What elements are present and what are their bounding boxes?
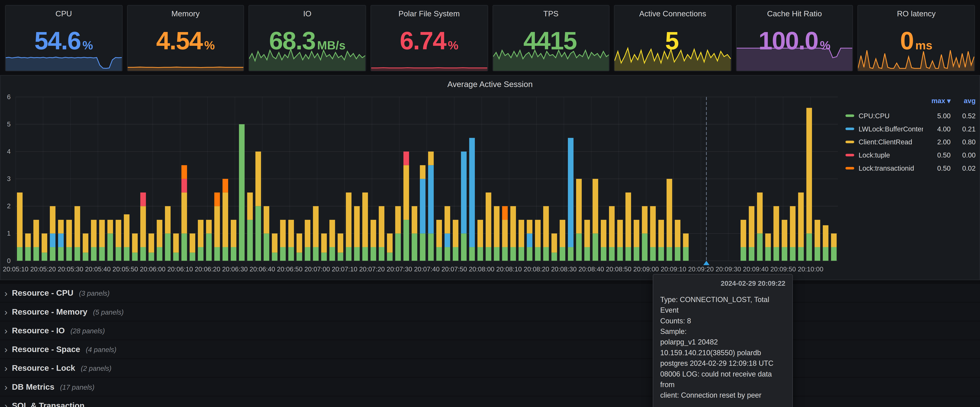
chevron-right-icon: › [5, 382, 8, 391]
stat-panel-title[interactable]: IO [249, 6, 366, 18]
row-title: Resource - Space [12, 344, 80, 354]
row-title: Resource - Lock [12, 363, 75, 373]
chevron-right-icon: › [5, 288, 8, 298]
legend-item[interactable]: Lock:tuple0.500.00 [845, 148, 975, 161]
svg-text:20:08:50: 20:08:50 [606, 265, 632, 273]
svg-text:20:09:10: 20:09:10 [661, 265, 686, 273]
dashboard-row-resource-lock[interactable]: ›Resource - Lock(2 panels) [0, 359, 980, 377]
row-panel-count: (2 panels) [81, 364, 111, 372]
stat-panel-value: 5 [614, 27, 731, 55]
legend-series-avg: 0.02 [950, 164, 975, 172]
svg-text:20:06:00: 20:06:00 [140, 265, 165, 273]
svg-text:20:05:30: 20:05:30 [57, 265, 83, 273]
legend-sort-max[interactable]: max ▾ [918, 97, 950, 105]
svg-text:0: 0 [7, 257, 11, 264]
stat-panel-cache-hit-ratio: Cache Hit Ratio100.0% [736, 5, 853, 71]
svg-text:20:10:00: 20:10:00 [798, 265, 823, 273]
dashboard-row-db-metrics[interactable]: ›DB Metrics(17 panels) [0, 378, 980, 396]
legend-item[interactable]: CPU:CPU5.000.52 [845, 109, 975, 122]
svg-text:20:05:10: 20:05:10 [3, 265, 28, 273]
stat-panel-unit: ms [915, 39, 932, 52]
legend-series-max: 0.50 [923, 151, 950, 158]
row-title: DB Metrics [12, 382, 54, 391]
legend-series-color-icon [845, 154, 854, 156]
svg-text:20:07:10: 20:07:10 [332, 265, 357, 273]
stat-panel-title[interactable]: Cache Hit Ratio [737, 6, 853, 18]
row-panel-count: (5 panels) [93, 308, 124, 315]
chevron-right-icon: › [5, 344, 8, 354]
tooltip-line: Counts: 8 [660, 316, 785, 326]
legend-series-label[interactable]: CPU:CPU [859, 112, 923, 119]
legend-item[interactable]: Lock:transactionid0.500.02 [845, 161, 975, 174]
svg-text:20:07:20: 20:07:20 [359, 265, 385, 273]
legend-series-label[interactable]: Client:ClientRead [859, 138, 923, 145]
svg-text:2: 2 [7, 202, 11, 210]
legend-series-label[interactable]: Lock:transactionid [859, 164, 923, 172]
svg-text:20:07:50: 20:07:50 [441, 265, 467, 273]
svg-text:20:06:40: 20:06:40 [250, 265, 275, 273]
tooltip-line: Sample: [660, 326, 785, 337]
svg-text:20:05:50: 20:05:50 [113, 265, 138, 273]
stat-panel-title[interactable]: Memory [127, 6, 243, 18]
tooltip-body: Type: CONNECTION_LOST, Total EventCounts… [660, 295, 785, 401]
row-title: SQL & Transaction [12, 401, 85, 407]
svg-text:20:06:50: 20:06:50 [277, 265, 302, 273]
stat-panel-title[interactable]: Polar File System [371, 6, 487, 18]
svg-text:20:08:30: 20:08:30 [551, 265, 576, 273]
average-active-session-panel: Average Active Session 012345620:05:1020… [0, 75, 980, 280]
svg-text:20:08:40: 20:08:40 [579, 265, 604, 273]
stat-panel-value: 100.0% [737, 27, 853, 55]
legend-item[interactable]: Client:ClientRead2.000.80 [845, 135, 975, 148]
legend-sort-avg[interactable]: avg [950, 97, 975, 105]
aas-legend: max ▾ avg CPU:CPU5.000.52LWLock:BufferCo… [845, 97, 975, 174]
stat-panel-title[interactable]: TPS [493, 6, 609, 18]
stat-panel-title[interactable]: Active Connections [614, 6, 731, 18]
svg-text:20:06:10: 20:06:10 [167, 265, 193, 273]
stat-panel-active-connections: Active Connections5 [614, 5, 731, 71]
stat-panel-value: 0ms [858, 27, 974, 55]
legend-series-max: 0.50 [923, 164, 950, 172]
legend-series-label[interactable]: LWLock:BufferContent [859, 125, 923, 132]
stat-panels-row: CPU54.6%Memory4.54%IO68.3MB/sPolar File … [0, 0, 980, 71]
dashboard-row-sql-transaction[interactable]: ›SQL & Transaction [0, 396, 980, 407]
stat-panel-polar-file-system: Polar File System6.74% [371, 5, 488, 71]
legend-series-avg: 0.00 [950, 151, 975, 158]
svg-text:4: 4 [7, 148, 11, 155]
annotation-tooltip: 2024-02-29 20:09:22 Type: CONNECTION_LOS… [653, 274, 793, 407]
svg-text:20:09:00: 20:09:00 [633, 265, 659, 273]
row-panel-count: (4 panels) [86, 345, 116, 353]
legend-series-avg: 0.21 [950, 125, 975, 132]
svg-text:20:06:30: 20:06:30 [222, 265, 248, 273]
legend-series-color-icon [845, 127, 854, 130]
svg-text:20:09:20: 20:09:20 [688, 265, 714, 273]
svg-text:20:07:00: 20:07:00 [304, 265, 330, 273]
legend-item[interactable]: LWLock:BufferContent4.000.21 [845, 122, 975, 135]
stat-panel-tps: TPS4415 [492, 5, 609, 71]
stat-panel-ro-latency: RO latency0ms [858, 5, 975, 71]
legend-items: CPU:CPU5.000.52LWLock:BufferContent4.000… [845, 109, 975, 174]
stat-panel-value: 54.6% [6, 27, 122, 55]
stat-panel-title[interactable]: CPU [6, 6, 122, 18]
svg-text:20:08:20: 20:08:20 [524, 265, 549, 273]
svg-text:20:06:20: 20:06:20 [195, 265, 220, 273]
tooltip-line: postgres 2024-02-29 12:09:18 UTC [660, 358, 785, 369]
stat-panel-title[interactable]: RO latency [858, 6, 974, 18]
chevron-right-icon: › [5, 326, 8, 335]
dashboard-row-resource-io[interactable]: ›Resource - IO(28 panels) [0, 321, 980, 339]
caret-down-icon: ▾ [947, 97, 950, 105]
dashboard-row-resource-space[interactable]: ›Resource - Space(4 panels) [0, 340, 980, 358]
tooltip-line: 08006 LOG: could not receive data from [660, 369, 785, 390]
legend-series-label[interactable]: Lock:tuple [859, 151, 923, 158]
svg-text:20:08:10: 20:08:10 [496, 265, 522, 273]
dashboard-row-resource-cpu[interactable]: ›Resource - CPU(3 panels) [0, 284, 980, 302]
stat-panel-cpu: CPU54.6% [5, 5, 123, 71]
row-panel-count: (28 panels) [70, 327, 105, 334]
stat-panel-io: IO68.3MB/s [249, 5, 366, 71]
dashboard-row-resource-memory[interactable]: ›Resource - Memory(5 panels) [0, 302, 980, 321]
panel-title[interactable]: Average Active Session [1, 76, 979, 89]
tooltip-line: polarpg_v1 20482 [660, 337, 785, 348]
stat-panel-value: 6.74% [371, 27, 487, 55]
aas-chart[interactable]: 012345620:05:1020:05:2020:05:3020:05:402… [1, 90, 842, 278]
stat-panel-unit: % [204, 39, 215, 52]
stat-panel-unit: MB/s [317, 39, 346, 52]
